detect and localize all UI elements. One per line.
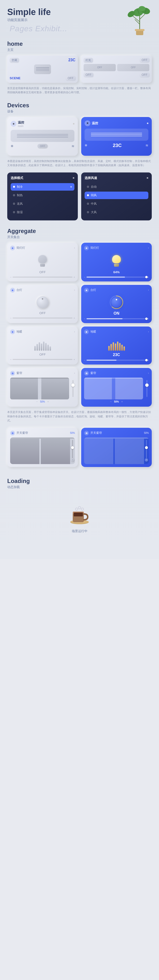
home-section: home 主页 空调 23C: [7, 40, 152, 95]
mode-popup[interactable]: 选择模式 × 制冷 ❄ 制热 送风 除湿: [7, 172, 78, 220]
wind-item-high[interactable]: 大风: [85, 208, 148, 216]
wide-curtain-grid: ▦ 开关窗帘 50% +: [7, 428, 152, 470]
curtain-card-off[interactable]: ▦ 窗帘 ›: [7, 368, 78, 407]
slider-track-off[interactable]: [13, 277, 72, 278]
wind-dot-auto: [87, 186, 89, 188]
knob-minus-off: −: [10, 317, 12, 320]
knob-name-off: 台灯: [16, 288, 22, 292]
wide-curtain-add-btn-off[interactable]: +: [71, 458, 74, 462]
device-name-group-2: 温控: [92, 121, 98, 126]
wind-popup-close[interactable]: ×: [146, 176, 148, 180]
device-subname-1: room: [18, 125, 24, 127]
knob-dot-on: [116, 299, 117, 300]
heat-cards-grid: ◉ 地暖 › OFF −: [7, 326, 152, 364]
slider-track-on[interactable]: [87, 277, 146, 278]
device-card-on[interactable]: ❄ 温控 ❄ 23C ≋: [81, 117, 152, 156]
svg-point-22: [81, 508, 83, 510]
heat-card-off[interactable]: ◉ 地暖 › OFF −: [7, 326, 78, 364]
knob-icon-off: ◉: [10, 288, 15, 293]
knob-minus-on: −: [84, 318, 85, 320]
bulb-card-on[interactable]: ◉ 筒灯灯 › 64% −: [81, 243, 152, 282]
curtain-minus-on: −: [110, 400, 112, 403]
curtain-cards-grid: ▦ 窗帘 ›: [7, 368, 152, 407]
wind-popup[interactable]: 选择风速 × 自动 弱风 中风 大风: [81, 172, 152, 220]
knob-visual-off: [10, 294, 75, 310]
aggregate-title: Aggregate: [7, 228, 152, 234]
device-toggle-1[interactable]: OFF: [38, 144, 47, 148]
mode-dot-cool: [13, 186, 15, 188]
curtain-slider-thumb-on[interactable]: [145, 383, 149, 387]
heat-track-off[interactable]: [13, 359, 72, 360]
devices-section: Devices 设备 ❄ 温控 room: [7, 102, 152, 220]
light-label: 灯光: [83, 58, 93, 62]
wind-dot-mid: [87, 203, 89, 205]
wide-curtain-thumb-on[interactable]: [145, 446, 148, 449]
bulb-header-off: ◉ 筒灯灯 ›: [10, 246, 75, 250]
scene-label: SCENE: [9, 76, 20, 80]
heat-chevron-off: ›: [74, 330, 75, 333]
knob-card-on[interactable]: ◉ 台灯 › ON: [81, 285, 152, 323]
wind-item-low[interactable]: 弱风: [85, 192, 148, 199]
svg-line-5: [135, 19, 140, 24]
knob-chevron-on: ›: [148, 289, 149, 291]
knob-visual-on: [84, 294, 149, 310]
bulb-icon-off: ◉: [10, 246, 15, 250]
plant-decoration: [125, 5, 154, 37]
knob-off[interactable]: [36, 296, 49, 308]
wide-curtain-thumb-off[interactable]: [71, 446, 74, 449]
heat-track-on[interactable]: [87, 360, 146, 361]
ac-visual-2: [85, 129, 148, 141]
mode-item-heat[interactable]: 制热: [11, 192, 74, 199]
snowflake-icon: ❄: [11, 144, 14, 148]
mode-dot-fan: [13, 203, 15, 205]
curtain-minus: −: [36, 400, 38, 403]
knob-track-off[interactable]: [13, 318, 72, 318]
knob-track-on[interactable]: [87, 318, 146, 319]
mode-dot-dry: [13, 211, 15, 213]
mode-item-fan[interactable]: 送风: [11, 200, 74, 208]
plus-icon-on: +: [147, 276, 149, 278]
light-off3: OFF: [83, 73, 93, 77]
device-card-off[interactable]: ❄ 温控 room ❄ OFF: [7, 117, 78, 156]
mode-popup-title: 选择模式: [11, 176, 23, 180]
curtain-card-on[interactable]: ▦ 窗帘 ›: [81, 368, 152, 407]
bulb-name-on: 筒灯灯: [90, 246, 99, 250]
heat-icon-on: ◉: [84, 329, 89, 334]
mode-popup-close[interactable]: ×: [72, 176, 74, 180]
home-card-lights[interactable]: 灯光 OFF OFF OFF OFF OFF: [81, 56, 152, 83]
mode-item-cool[interactable]: 制冷 ❄: [11, 183, 74, 191]
curtain-slider-thumb[interactable]: [71, 383, 75, 387]
curtain-icon-on: ▦: [84, 371, 89, 375]
wind-popup-header: 选择风速 ×: [85, 176, 148, 180]
wide-curtain-on[interactable]: ▦ 开关窗帘 50% +: [81, 428, 152, 467]
home-card-ac[interactable]: 空调 23C SCENE OFF: [7, 56, 78, 83]
mode-dot-heat: [13, 194, 15, 196]
knob-name-on: 台灯: [90, 288, 96, 292]
heat-minus-off: −: [10, 358, 12, 361]
minus-icon-on: −: [84, 276, 85, 278]
wide-curtain-add-btn-on[interactable]: +: [145, 458, 148, 462]
header: Simple life 功能页面展示 Pages Exhibit...: [7, 7, 152, 33]
curtain-chevron-off: ›: [74, 372, 75, 374]
heat-icon-off: ◉: [10, 329, 15, 334]
wind-icon-2: ≋: [145, 143, 148, 147]
heat-card-on[interactable]: ◉ 地暖 › 23C −: [81, 326, 152, 364]
snowflake-icon-2: ❄: [85, 143, 88, 147]
wide-curtain-off[interactable]: ▦ 开关窗帘 50% +: [7, 428, 78, 467]
curtain-slider-v: [71, 378, 75, 399]
svg-rect-19: [74, 512, 83, 516]
wind-item-mid[interactable]: 中风: [85, 200, 148, 208]
knob-card-off[interactable]: ◉ 台灯 › OFF − +: [7, 285, 78, 323]
heat-name-on: 地暖: [90, 330, 96, 334]
aggregate-subtitle: 开关集合: [7, 235, 152, 239]
mode-item-dry[interactable]: 除湿: [11, 208, 74, 216]
light-item-1: OFF: [83, 64, 116, 71]
home-cards-grid: 空调 23C SCENE OFF: [7, 56, 152, 83]
wide-curtain-name-on: 开关窗帘: [90, 431, 102, 435]
bulb-card-off[interactable]: ◉ 筒灯灯 › OFF − +: [7, 243, 78, 282]
devices-subtitle: 设备: [7, 109, 152, 114]
wind-item-auto[interactable]: 自动: [85, 183, 148, 191]
device-name-1: 温控: [18, 120, 24, 125]
svg-rect-1: [135, 29, 145, 31]
loading-subtitle: 动态加载: [7, 485, 152, 489]
